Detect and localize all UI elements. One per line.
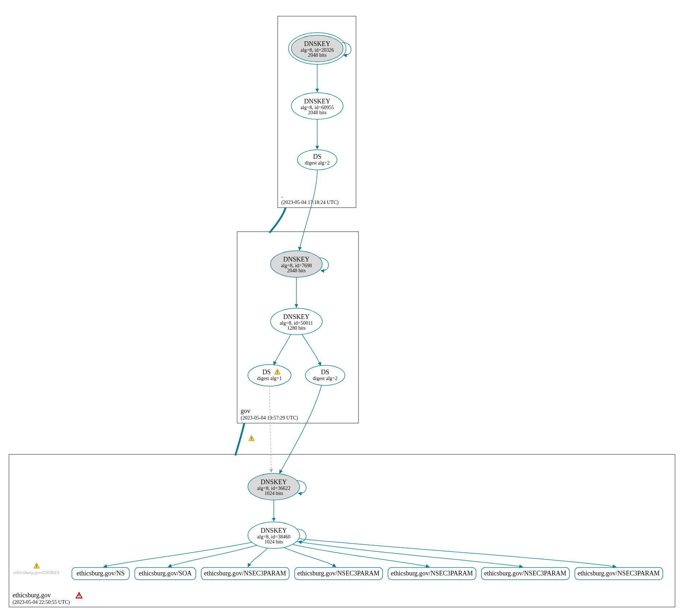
node-eth-ksk[interactable]: DNSKEY alg=8, id=36622 1024 bits [248, 473, 300, 500]
svg-text:DNSKEY: DNSKEY [304, 98, 330, 105]
svg-text:DNSKEY: DNSKEY [260, 527, 287, 534]
edge-zsk-ns [103, 542, 251, 567]
rrset-nsec3param-2[interactable]: ethicsburg.gov/NSEC3PARAM [295, 568, 383, 580]
rrset-nsec3param-1[interactable]: ethicsburg.gov/NSEC3PARAM [201, 568, 289, 580]
zone-root-timestamp: (2023-05-04 17:18:24 UTC) [281, 200, 339, 205]
svg-text:DNSKEY: DNSKEY [283, 256, 309, 263]
svg-text:ethicsburg.gov/SOA: ethicsburg.gov/SOA [139, 570, 191, 577]
svg-text:ethicsburg.gov/NS: ethicsburg.gov/NS [77, 570, 125, 577]
svg-text:DS: DS [313, 153, 321, 160]
edge-zsk-n3-2 [284, 547, 336, 567]
zone-ethicsburg: ethicsburg.gov (2023-05-04 22:50:55 UTC) [9, 454, 675, 607]
svg-text:alg=8, id=50011: alg=8, id=50011 [280, 320, 313, 326]
edge-root-ds-gov-ksk [299, 170, 317, 250]
edge-delegation-gov-ethicsburg [235, 423, 244, 455]
svg-text:DS: DS [321, 369, 329, 376]
zone-gov-name: gov [241, 407, 250, 414]
svg-text:DNSKEY: DNSKEY [283, 313, 309, 320]
node-root-zsk[interactable]: DNSKEY alg=8, id=60955 2048 bits [291, 93, 343, 119]
svg-text:(2023-05-04 22:50:55 UTC): (2023-05-04 22:50:55 UTC) [13, 599, 70, 605]
node-gov-ds1[interactable]: DS digest alg=1 [248, 365, 291, 386]
svg-text:digest alg=2: digest alg=2 [313, 376, 338, 381]
svg-text:DNSKEY: DNSKEY [260, 478, 287, 486]
svg-text:1024 bits: 1024 bits [264, 491, 283, 496]
svg-text:ethicsburg.gov/NSEC3PARAM: ethicsburg.gov/NSEC3PARAM [297, 570, 380, 577]
edge-ds2-eth-ksk [279, 385, 322, 473]
svg-text:ethicsburg.gov/NSEC3PARAM: ethicsburg.gov/NSEC3PARAM [391, 570, 473, 577]
rrset-nsec3param-4[interactable]: ethicsburg.gov/NSEC3PARAM [481, 568, 569, 580]
rrset-nsec3param-5[interactable]: ethicsburg.gov/NSEC3PARAM [575, 568, 663, 580]
svg-text:2048 bits: 2048 bits [287, 268, 306, 273]
svg-text:DS: DS [262, 369, 271, 376]
svg-text:digest alg=2: digest alg=2 [305, 160, 330, 166]
edge-ds1-eth-ksk-dashed [269, 386, 271, 472]
node-eth-zsk[interactable]: DNSKEY alg=8, id=38460 1024 bits [248, 522, 300, 548]
svg-text:1280 bits: 1280 bits [287, 325, 306, 331]
rrset-nsec3param-3[interactable]: ethicsburg.gov/NSEC3PARAM [388, 568, 476, 580]
node-root-ds[interactable]: DS digest alg=2 [297, 150, 337, 170]
edge-zsk-n3-1 [248, 548, 268, 567]
svg-text:ethicsburg.gov/DNSKEY: ethicsburg.gov/DNSKEY [14, 570, 60, 575]
svg-text:alg=8, id=60955: alg=8, id=60955 [301, 105, 334, 110]
svg-text:1024 bits: 1024 bits [264, 539, 283, 545]
node-root-ksk[interactable]: DNSKEY alg=8, id=20326 2048 bits [288, 33, 346, 64]
node-gov-ksk[interactable]: DNSKEY alg=8, id=7698 2048 bits [271, 251, 322, 277]
missing-dnskey-label: ethicsburg.gov/DNSKEY [14, 563, 60, 575]
svg-text:2048 bits: 2048 bits [308, 52, 327, 58]
edge-zsk-n3-4 [297, 542, 523, 567]
edge-gov-zsk-ds1 [274, 334, 291, 365]
svg-text:alg=8, id=38460: alg=8, id=38460 [257, 534, 291, 539]
svg-text:ethicsburg.gov/NSEC3PARAM: ethicsburg.gov/NSEC3PARAM [578, 570, 660, 577]
error-icon [76, 593, 82, 598]
svg-text:(2023-05-04 19:57:29 UTC): (2023-05-04 19:57:29 UTC) [241, 415, 298, 421]
edge-delegation-root-gov [269, 208, 286, 233]
svg-rect-33 [9, 454, 675, 607]
warning-icon [34, 563, 40, 568]
svg-text:alg=8, id=7698: alg=8, id=7698 [281, 263, 312, 268]
edge-gov-zsk-ds2 [302, 334, 321, 366]
zone-root-name: . [281, 192, 283, 199]
rrset-ns[interactable]: ethicsburg.gov/NS [72, 568, 129, 580]
edge-zsk-soa [168, 545, 257, 567]
warning-icon [249, 435, 254, 441]
svg-text:ethicsburg.gov/NSEC3PARAM: ethicsburg.gov/NSEC3PARAM [204, 570, 286, 577]
node-gov-zsk[interactable]: DNSKEY alg=8, id=50011 1280 bits [271, 308, 322, 335]
svg-text:2048 bits: 2048 bits [308, 110, 327, 115]
svg-text:alg=8, id=36622: alg=8, id=36622 [257, 486, 291, 491]
rrset-soa[interactable]: ethicsburg.gov/SOA [135, 568, 196, 580]
edge-zsk-n3-3 [293, 545, 429, 567]
node-gov-ds2[interactable]: DS digest alg=2 [305, 365, 345, 385]
edge-self-root-ksk [342, 42, 351, 55]
svg-text:ethicsburg.gov/NSEC3PARAM: ethicsburg.gov/NSEC3PARAM [484, 570, 567, 577]
svg-text:DNSKEY: DNSKEY [304, 40, 330, 47]
edge-zsk-n3-5 [299, 539, 616, 567]
svg-text:digest alg=1: digest alg=1 [257, 376, 282, 381]
zone-ethicsburg-name: ethicsburg.gov [13, 592, 51, 599]
svg-text:alg=8, id=20326: alg=8, id=20326 [301, 47, 334, 53]
